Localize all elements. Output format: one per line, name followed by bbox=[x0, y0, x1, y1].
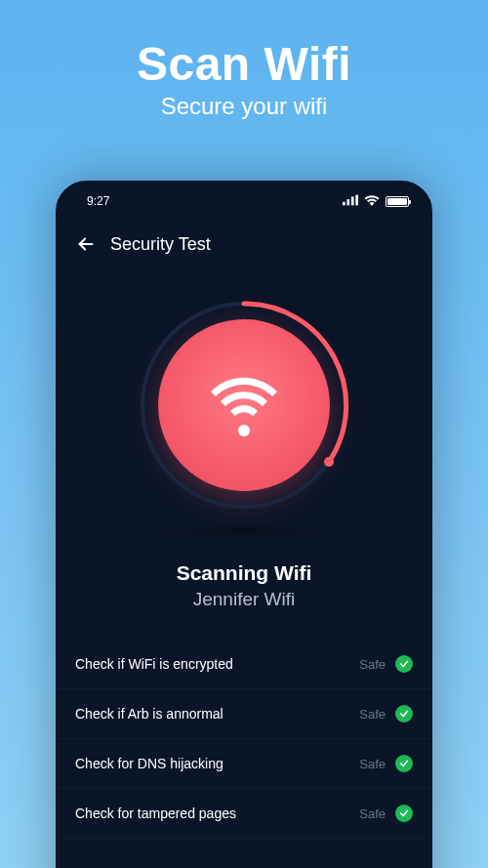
check-label: Check if Arb is annormal bbox=[75, 706, 349, 722]
promo-title: Scan Wifi bbox=[0, 37, 488, 91]
check-success-icon bbox=[395, 705, 413, 723]
check-label: Check if WiFi is encrypted bbox=[75, 656, 349, 672]
check-success-icon bbox=[395, 655, 413, 673]
wifi-status-icon bbox=[364, 194, 380, 209]
shadow-decoration bbox=[151, 524, 337, 538]
check-status: Safe bbox=[359, 657, 386, 672]
status-icons bbox=[343, 194, 409, 209]
check-status: Safe bbox=[359, 806, 386, 821]
cellular-signal-icon bbox=[343, 194, 358, 209]
status-time: 9:27 bbox=[87, 194, 109, 208]
check-success-icon bbox=[395, 805, 413, 822]
promo-header: Scan Wifi Secure your wifi bbox=[0, 0, 488, 120]
scan-network-name: Jennifer Wifi bbox=[58, 589, 430, 610]
back-button[interactable] bbox=[75, 233, 97, 255]
check-success-icon bbox=[395, 755, 413, 772]
scan-progress-visual bbox=[137, 298, 351, 513]
scan-title: Scanning Wifi bbox=[58, 561, 430, 585]
header-title: Security Test bbox=[110, 234, 211, 255]
svg-rect-2 bbox=[351, 196, 354, 205]
phone-frame: 9:27 Security Test Scan bbox=[56, 181, 432, 868]
check-label: Check for tampered pages bbox=[75, 806, 349, 821]
security-check-list: Check if WiFi is encrypted Safe Check if… bbox=[58, 640, 430, 839]
status-bar: 9:27 bbox=[58, 183, 430, 212]
svg-point-5 bbox=[324, 457, 334, 467]
app-header: Security Test bbox=[58, 212, 430, 270]
svg-rect-0 bbox=[343, 201, 346, 205]
svg-rect-1 bbox=[346, 199, 349, 205]
check-row: Check if WiFi is encrypted Safe bbox=[58, 640, 430, 689]
check-label: Check for DNS hijacking bbox=[75, 756, 349, 771]
check-row: Check for tampered pages Safe bbox=[58, 789, 430, 839]
svg-rect-3 bbox=[355, 194, 358, 205]
promo-subtitle: Secure your wifi bbox=[0, 93, 488, 120]
battery-icon bbox=[386, 196, 409, 207]
scan-heading: Scanning Wifi Jennifer Wifi bbox=[58, 561, 430, 610]
check-status: Safe bbox=[359, 707, 386, 722]
check-status: Safe bbox=[359, 757, 386, 771]
check-row: Check for DNS hijacking Safe bbox=[58, 739, 430, 789]
check-row: Check if Arb is annormal Safe bbox=[58, 689, 430, 739]
